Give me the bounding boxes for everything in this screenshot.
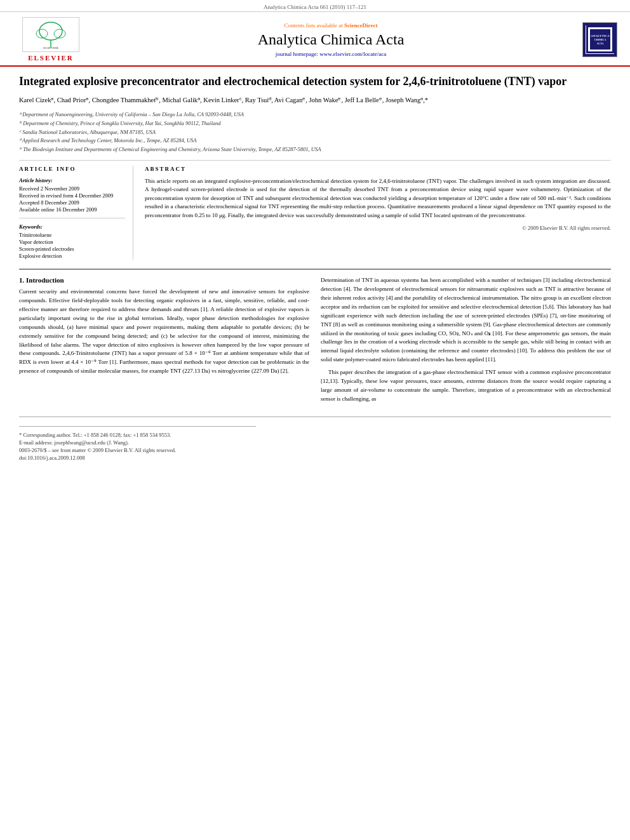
info-divider: [19, 218, 125, 218]
article-info-heading: ARTICLE INFO: [19, 166, 125, 172]
svg-text:ACTA: ACTA: [596, 42, 603, 45]
article-title: Integrated explosive preconcentrator and…: [19, 74, 611, 89]
body-right-text: Determination of TNT in aqueous systems …: [321, 276, 611, 404]
intro-paragraph-1: Current security and environmental conce…: [19, 288, 309, 376]
journal-logo-box: ANALYTICA CHIMICA ACTA: [582, 22, 617, 57]
article-info-panel: ARTICLE INFO Article history: Received 2…: [19, 166, 133, 260]
sciencedirect-brand[interactable]: ScienceDirect: [344, 22, 377, 29]
elsevier-label: ELSEVIER: [28, 54, 74, 62]
journal-logo-inner: ANALYTICA CHIMICA ACTA: [586, 25, 614, 54]
authors: Karel Cizekᵃ, Chad Priorᵃ, Chongdee Tham…: [19, 95, 611, 105]
body-right-column: Determination of TNT in aqueous systems …: [321, 276, 611, 408]
journal-logo-section: ANALYTICA CHIMICA ACTA: [573, 22, 617, 57]
body-section: 1. Introduction Current security and env…: [19, 269, 611, 408]
body-left-text: Current security and environmental conce…: [19, 288, 309, 376]
journal-homepage: journal homepage: www.elsevier.com/locat…: [89, 51, 573, 57]
keywords-label: Keywords:: [19, 223, 125, 230]
homepage-url[interactable]: www.elsevier.com/locate/aca: [319, 51, 386, 57]
sciencedirect-link: Contents lists available at ScienceDirec…: [89, 22, 573, 29]
footnote-section: * Corresponding author. Tel.: +1 858 246…: [19, 417, 611, 461]
journal-title: Analytica Chimica Acta: [89, 31, 573, 48]
citation-text: Analytica Chimica Acta 661 (2010) 117–12…: [264, 4, 366, 10]
svg-text:ANALYTICA: ANALYTICA: [591, 34, 610, 37]
citation-bar: Analytica Chimica Acta 661 (2010) 117–12…: [0, 0, 630, 12]
abstract-heading: ABSTRACT: [145, 166, 611, 172]
received-date: Received 2 November 2009: [19, 185, 125, 192]
elsevier-logo: ELSEVIER ELSEVIER: [13, 17, 89, 62]
accepted-date: Accepted 8 December 2009: [19, 199, 125, 206]
journal-title-section: Contents lists available at ScienceDirec…: [89, 22, 573, 57]
main-content: Integrated explosive preconcentrator and…: [0, 67, 630, 470]
available-date: Available online 16 December 2009: [19, 206, 125, 213]
history-label: Article history:: [19, 177, 125, 183]
right-paragraph-1: Determination of TNT in aqueous systems …: [321, 276, 611, 364]
affiliations: ᵃ Department of Nanoengineering, Univers…: [19, 110, 611, 154]
keyword-1: Vapor detection: [19, 239, 125, 245]
svg-text:CHIMICA: CHIMICA: [594, 38, 606, 41]
issn-note: 0003-2670/$ – see front matter © 2009 El…: [19, 447, 611, 453]
keyword-2: Screen-printed electrodes: [19, 246, 125, 252]
section1-heading: 1. Introduction: [19, 276, 309, 284]
affiliation-e: ᵉ The Biodesign Institute and Department…: [19, 145, 611, 154]
doi-note: doi:10.1016/j.aca.2009.12.008: [19, 455, 611, 461]
elsevier-logo-section: ELSEVIER ELSEVIER: [13, 17, 89, 62]
affiliation-c: ᶜ Sandia National Laboratories, Albuquer…: [19, 128, 611, 137]
abstract-panel: ABSTRACT This article reports on an inte…: [145, 166, 611, 260]
right-paragraph-2: This paper describes the integration of …: [321, 368, 611, 404]
footnote-rule: [19, 426, 256, 427]
svg-text:ELSEVIER: ELSEVIER: [43, 46, 58, 50]
article-info-abstract: ARTICLE INFO Article history: Received 2…: [19, 160, 611, 260]
keyword-3: Explosive detection: [19, 253, 125, 259]
elsevier-logo-image: ELSEVIER: [22, 17, 79, 52]
email-note: E-mail address: josephlwang@ucsd.edu (J.…: [19, 439, 611, 446]
abstract-text: This article reports on an integrated ex…: [145, 177, 611, 220]
keyword-0: Trinitrotoluene: [19, 232, 125, 238]
body-left-column: 1. Introduction Current security and env…: [19, 276, 309, 408]
affiliation-a: ᵃ Department of Nanoengineering, Univers…: [19, 110, 611, 119]
affiliation-b: ᵇ Department of Chemistry, Prince of Son…: [19, 119, 611, 128]
copyright: © 2009 Elsevier B.V. All rights reserved…: [145, 225, 611, 231]
affiliation-d: ᵈ Applied Research and Technology Center…: [19, 137, 611, 145]
received-revised-date: Received in revised form 4 December 2009: [19, 192, 125, 199]
journal-header: ELSEVIER ELSEVIER Contents lists availab…: [0, 12, 630, 67]
corresponding-note: * Corresponding author. Tel.: +1 858 246…: [19, 432, 611, 438]
